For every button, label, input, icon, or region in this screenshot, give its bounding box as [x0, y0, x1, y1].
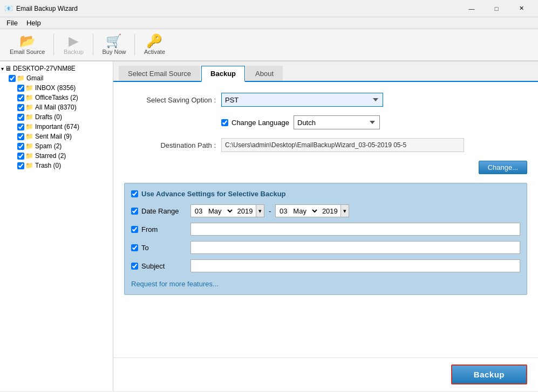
date-from-year[interactable]: [234, 207, 256, 215]
date-to-month[interactable]: May JanFebMarApr JunJulAugSep OctNovDec: [291, 207, 319, 216]
close-button[interactable]: ✕: [509, 0, 534, 17]
date-to-field: May JanFebMarApr JunJulAugSep OctNovDec …: [275, 204, 349, 217]
language-checkbox[interactable]: [221, 119, 228, 126]
tree-trash[interactable]: 📁 Trash (0): [0, 161, 113, 170]
tree-spam[interactable]: 📁 Spam (2): [0, 141, 113, 151]
to-input[interactable]: [190, 241, 520, 254]
tree-officetasks-label: OfficeTasks (2): [35, 94, 78, 101]
tree-important[interactable]: 📁 Important (674): [0, 122, 113, 132]
request-features-link[interactable]: Request for more features...: [131, 280, 219, 288]
tree-important-label: Important (674): [35, 123, 79, 130]
subject-input[interactable]: [190, 259, 520, 272]
date-range-label: Date Range: [141, 207, 179, 215]
tree-starred[interactable]: 📁 Starred (2): [0, 151, 113, 161]
from-checkbox[interactable]: [131, 226, 138, 233]
tree-gmail-checkbox[interactable]: [9, 75, 16, 82]
activate-icon: 🔑: [146, 35, 162, 47]
tree-sentmail-label: Sent Mail (9): [35, 133, 72, 140]
minimize-button[interactable]: —: [459, 0, 484, 17]
date-to-calendar-btn[interactable]: ▾: [340, 205, 349, 217]
subject-label: Subject: [141, 262, 165, 270]
tree-allmail[interactable]: 📁 All Mail (8370): [0, 102, 113, 112]
date-range-inputs: May JanFebMarApr JunJulAugSep OctNovDec …: [190, 204, 349, 217]
advanced-header-checkbox[interactable]: [131, 190, 138, 197]
change-btn-row: Change...: [124, 161, 527, 174]
destination-path-input[interactable]: [221, 138, 464, 152]
tree-panel: ▾ 🖥 DESKTOP-27VNM8E 📁 Gmail 📁 INBOX (835…: [0, 61, 113, 391]
tree-spam-checkbox[interactable]: [17, 143, 24, 150]
drafts-icon: 📁: [25, 113, 33, 121]
subject-checkbox[interactable]: [131, 263, 138, 270]
date-from-month[interactable]: May JanFebMarApr JunJulAugSep OctNovDec: [206, 207, 234, 216]
from-row: From: [131, 223, 520, 236]
tree-inbox-checkbox[interactable]: [17, 85, 24, 92]
date-separator: -: [267, 207, 273, 215]
toolbar-backup[interactable]: ▶ Backup: [57, 32, 90, 57]
tab-content-backup: Select Saving Option : PST MBOX EML MSG …: [113, 82, 538, 357]
email-source-icon: 📂: [19, 35, 36, 47]
date-to-year[interactable]: [319, 207, 340, 215]
tree-allmail-checkbox[interactable]: [17, 104, 24, 111]
tree-root[interactable]: ▾ 🖥 DESKTOP-27VNM8E: [0, 64, 113, 73]
tab-backup[interactable]: Backup: [201, 66, 245, 82]
destination-path-label: Destination Path :: [124, 141, 221, 149]
advanced-settings-box: Use Advance Settings for Selective Backu…: [124, 183, 527, 295]
backup-button[interactable]: Backup: [451, 365, 527, 384]
starred-icon: 📁: [25, 152, 33, 160]
bottom-bar: Backup: [113, 357, 538, 391]
tree-drafts-checkbox[interactable]: [17, 114, 24, 121]
tree-spam-label: Spam (2): [35, 142, 62, 150]
main-container: ▾ 🖥 DESKTOP-27VNM8E 📁 Gmail 📁 INBOX (835…: [0, 61, 538, 391]
tree-sentmail-checkbox[interactable]: [17, 133, 24, 140]
tree-drafts-label: Drafts (0): [35, 113, 62, 121]
advanced-header-label: Use Advance Settings for Selective Backu…: [141, 190, 286, 198]
tree-drafts[interactable]: 📁 Drafts (0): [0, 112, 113, 122]
toolbar-activate[interactable]: 🔑 Activate: [138, 32, 171, 57]
tree-officetasks-checkbox[interactable]: [17, 94, 24, 101]
to-checkbox[interactable]: [131, 244, 138, 251]
toolbar-email-source-label: Email Source: [10, 49, 45, 55]
menu-file[interactable]: File: [2, 18, 22, 28]
tree-gmail-label: Gmail: [26, 74, 43, 82]
trash-icon: 📁: [25, 162, 33, 169]
from-input[interactable]: [190, 223, 520, 236]
tab-select-email-source[interactable]: Select Email Source: [119, 66, 200, 81]
toolbar-separator-3: [134, 34, 135, 56]
tree-officetasks[interactable]: 📁 OfficeTasks (2): [0, 93, 113, 102]
window-title: Email Backup Wizard: [16, 5, 459, 12]
change-button[interactable]: Change...: [479, 161, 527, 174]
date-range-checkbox[interactable]: [131, 208, 138, 215]
tree-gmail[interactable]: 📁 Gmail: [0, 73, 113, 83]
destination-path-row: Destination Path :: [124, 138, 527, 152]
maximize-button[interactable]: □: [484, 0, 509, 17]
date-from-calendar-btn[interactable]: ▾: [256, 205, 264, 217]
toolbar-activate-label: Activate: [144, 49, 165, 55]
saving-option-select[interactable]: PST MBOX EML MSG PDF: [221, 93, 383, 107]
buy-now-icon: 🛒: [106, 35, 122, 47]
toolbar-buy-now[interactable]: 🛒 Buy Now: [97, 32, 131, 57]
toolbar-separator-1: [53, 34, 54, 56]
tree-inbox-label: INBOX (8356): [35, 84, 76, 92]
from-label: From: [141, 225, 158, 233]
subject-label-container: Subject: [131, 262, 190, 270]
right-panel: Select Email Source Backup About Select …: [113, 61, 538, 391]
menu-help[interactable]: Help: [22, 18, 45, 28]
to-label: To: [141, 244, 149, 252]
saving-option-row: Select Saving Option : PST MBOX EML MSG …: [124, 93, 527, 107]
date-from-day[interactable]: [191, 207, 206, 215]
toolbar-buy-now-label: Buy Now: [102, 49, 126, 55]
language-label: Change Language: [231, 119, 289, 127]
tree-inbox[interactable]: 📁 INBOX (8356): [0, 83, 113, 93]
tree-root-label: DESKTOP-27VNM8E: [13, 65, 76, 72]
tree-starred-checkbox[interactable]: [17, 153, 24, 160]
tree-important-checkbox[interactable]: [17, 123, 24, 130]
inbox-icon: 📁: [25, 84, 33, 92]
date-to-day[interactable]: [276, 207, 291, 215]
tab-about[interactable]: About: [246, 66, 283, 81]
toolbar-separator-2: [93, 34, 93, 56]
language-select[interactable]: Dutch English French German Spanish: [294, 115, 380, 129]
tree-sentmail[interactable]: 📁 Sent Mail (9): [0, 132, 113, 141]
tree-trash-checkbox[interactable]: [17, 162, 24, 169]
toolbar-email-source[interactable]: 📂 Email Source: [4, 32, 50, 57]
menubar: File Help: [0, 17, 538, 29]
